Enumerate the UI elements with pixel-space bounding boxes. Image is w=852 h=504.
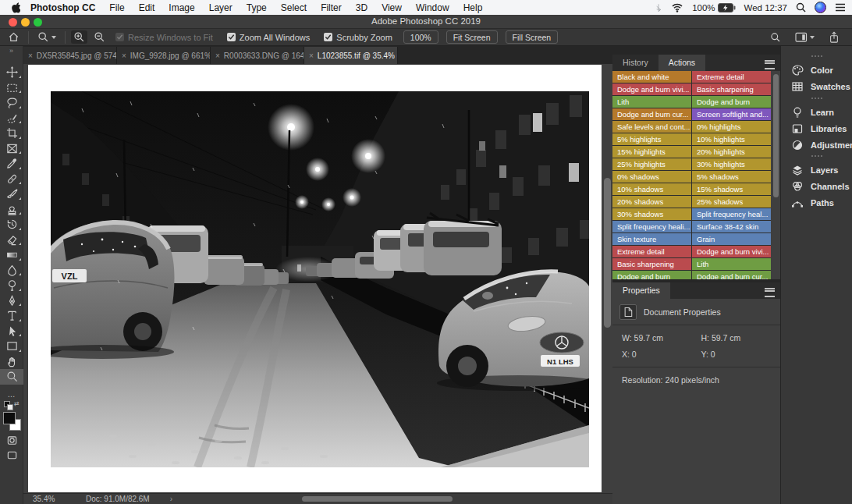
rectangle-tool[interactable]: [0, 339, 23, 354]
apple-menu-icon[interactable]: [6, 2, 23, 13]
action-button[interactable]: Dodge and burn: [692, 96, 771, 108]
action-button[interactable]: Black and white: [612, 71, 691, 83]
dock-drag-handle[interactable]: [811, 55, 822, 57]
crop-tool[interactable]: [0, 126, 23, 141]
brush-tool[interactable]: [0, 186, 23, 202]
action-button[interactable]: Split frequency heal...: [692, 208, 771, 220]
dock-drag-handle[interactable]: [811, 98, 822, 99]
action-button[interactable]: Skin texture: [612, 233, 691, 245]
resize-windows-to-fit-checkbox[interactable]: Resize Windows to Fit: [115, 33, 213, 42]
path-selection-tool[interactable]: [0, 324, 23, 339]
eyedropper-tool[interactable]: [0, 156, 23, 172]
action-button[interactable]: 30% highlights: [692, 158, 771, 170]
actions-scrollbar[interactable]: [773, 74, 779, 197]
siri-icon[interactable]: [815, 2, 826, 13]
share-icon[interactable]: [825, 31, 843, 44]
home-icon[interactable]: [5, 31, 23, 43]
tab-history[interactable]: History: [612, 55, 659, 71]
dock-item-swatches[interactable]: Swatches: [781, 78, 852, 94]
menu-edit[interactable]: Edit: [139, 2, 155, 13]
fit-screen-button[interactable]: Fit Screen: [446, 30, 498, 44]
zoom-tool-preset-icon[interactable]: [34, 31, 59, 43]
battery-icon[interactable]: [718, 3, 736, 12]
panel-menu-icon[interactable]: [765, 60, 775, 69]
action-button[interactable]: Dodge and burn cur...: [692, 271, 771, 279]
menu-help[interactable]: Help: [463, 2, 483, 13]
action-button[interactable]: Extreme detail: [692, 71, 771, 83]
menu-3d[interactable]: 3D: [356, 2, 367, 13]
zoom-all-windows-checkbox[interactable]: Zoom All Windows: [227, 33, 310, 42]
zoom-tool[interactable]: [0, 369, 23, 385]
tab-close-icon[interactable]: ×: [122, 51, 126, 60]
menu-image[interactable]: Image: [169, 2, 194, 13]
dock-item-paths[interactable]: Paths: [781, 194, 852, 211]
quick-selection-tool[interactable]: [0, 111, 23, 126]
healing-brush-tool[interactable]: [0, 172, 23, 187]
menu-view[interactable]: View: [382, 2, 402, 13]
fill-screen-button[interactable]: Fill Screen: [506, 30, 559, 44]
tab-close-icon[interactable]: ×: [309, 51, 314, 60]
action-button[interactable]: Extreme detail: [612, 246, 691, 257]
action-button[interactable]: Split frequency heali...: [612, 221, 691, 232]
action-button[interactable]: 0% highlights: [692, 121, 771, 133]
zoom-100-button[interactable]: 100%: [403, 30, 438, 44]
zoom-out-button[interactable]: [91, 31, 108, 43]
eraser-tool[interactable]: [0, 232, 23, 248]
document-canvas[interactable]: VZL: [51, 91, 589, 467]
action-button[interactable]: Lith: [612, 96, 691, 108]
tab-document-4-active[interactable]: × L1023855.tif @ 35.4% (RGB/8): [304, 47, 398, 64]
action-button[interactable]: Grain: [692, 233, 771, 245]
swap-colors-icon[interactable]: ⇄: [14, 400, 20, 407]
marquee-tool[interactable]: [0, 80, 23, 96]
default-colors-icon[interactable]: ⇄: [0, 400, 23, 410]
menubar-app-name[interactable]: Photoshop CC: [30, 2, 95, 13]
zoom-in-button[interactable]: [71, 30, 87, 44]
menu-filter[interactable]: Filter: [321, 2, 342, 13]
tab-document-2[interactable]: × IMG_9928.jpg @ 661% (RGB/8): [117, 47, 211, 64]
pen-tool[interactable]: [0, 293, 23, 309]
tab-close-icon[interactable]: ×: [215, 51, 220, 60]
gradient-tool[interactable]: [0, 247, 23, 263]
tab-close-icon[interactable]: ×: [28, 51, 33, 60]
document-page[interactable]: VZL: [28, 65, 602, 492]
action-button[interactable]: 20% highlights: [692, 146, 771, 158]
search-icon[interactable]: [767, 32, 784, 43]
action-button[interactable]: 20% shadows: [612, 196, 691, 208]
action-button[interactable]: Dodge and burn: [612, 271, 691, 279]
tab-document-3[interactable]: × R0003633.DNG @ 164% (RGB/8*): [211, 47, 304, 64]
notification-center-icon[interactable]: [835, 3, 846, 12]
dock-drag-handle[interactable]: [811, 155, 822, 157]
canvas-area[interactable]: VZL: [23, 64, 612, 493]
scrubby-zoom-checkbox[interactable]: Scrubby Zoom: [324, 33, 392, 42]
move-tool[interactable]: [0, 65, 23, 80]
vertical-scrollbar[interactable]: [604, 178, 611, 328]
menu-select[interactable]: Select: [281, 2, 307, 13]
action-button[interactable]: Safe levels and cont...: [612, 121, 691, 133]
hand-tool[interactable]: [0, 354, 23, 370]
action-button[interactable]: 5% highlights: [612, 133, 691, 145]
action-button[interactable]: 25% highlights: [612, 158, 691, 170]
dodge-tool[interactable]: [0, 278, 23, 293]
status-menu-chevron[interactable]: ›: [170, 495, 172, 503]
action-button[interactable]: Lith: [692, 258, 771, 270]
panel-menu-icon[interactable]: [765, 288, 775, 297]
action-button[interactable]: 15% highlights: [612, 146, 691, 158]
tab-properties[interactable]: Properties: [612, 282, 670, 299]
action-button[interactable]: 15% shadows: [692, 183, 771, 195]
action-button[interactable]: 25% shadows: [692, 196, 771, 208]
menu-window[interactable]: Window: [416, 2, 449, 13]
toolbar-collapse-icon[interactable]: »: [0, 46, 23, 57]
menu-layer[interactable]: Layer: [209, 2, 233, 13]
wifi-icon[interactable]: [671, 2, 683, 12]
dock-item-color[interactable]: Color: [781, 62, 852, 78]
action-button[interactable]: 5% shadows: [692, 171, 771, 183]
dock-item-layers[interactable]: Layers: [781, 161, 852, 178]
action-button[interactable]: 0% shadows: [612, 171, 691, 183]
zoom-level-field[interactable]: 35.4%: [33, 495, 80, 503]
tab-actions[interactable]: Actions: [659, 55, 705, 71]
menu-type[interactable]: Type: [247, 2, 267, 13]
clone-stamp-tool[interactable]: [0, 202, 23, 218]
edit-toolbar-button[interactable]: …: [0, 391, 23, 400]
foreground-color-swatch[interactable]: [3, 412, 16, 424]
workspace-switcher-icon[interactable]: [792, 32, 818, 43]
